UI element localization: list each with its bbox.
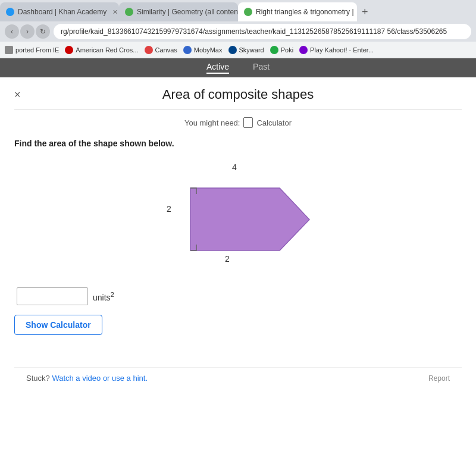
address-bar-row: ‹ › ↻ rg/profile/kaid_813366107432159979…: [0, 21, 476, 42]
bookmarks-bar: ported From IE American Red Cros... Canv…: [0, 42, 476, 58]
question-text: Find the area of the shape shown below.: [14, 139, 462, 148]
tab-label-dashboard: Dashboard | Khan Academy: [18, 8, 107, 16]
tab-similarity[interactable]: Similarity | Geometry (all content) ✕: [119, 2, 238, 21]
bookmark-label-skyward: Skyward: [239, 46, 264, 54]
stuck-bar: Stuck? Watch a video or use a hint. Repo…: [14, 367, 462, 389]
tab-icon-similarity: [125, 8, 133, 16]
calculator-icon: [243, 117, 253, 128]
tab-icon-triangles: [244, 8, 252, 16]
answer-row: units2: [17, 287, 462, 305]
bookmark-icon-ie: [5, 46, 13, 54]
hint-prefix: You might need:: [184, 118, 240, 127]
stuck-prefix: Stuck?: [26, 374, 50, 383]
answer-input[interactable]: [17, 287, 88, 305]
tab-past[interactable]: Past: [253, 62, 270, 74]
composite-shape-polygon: [190, 188, 309, 250]
tab-close-dashboard[interactable]: ✕: [112, 8, 118, 16]
bookmark-canvas[interactable]: Canvas: [145, 46, 177, 54]
bookmark-label-poki: Poki: [281, 46, 293, 54]
bookmark-skyward[interactable]: Skyward: [228, 46, 264, 54]
exercise-header: × Area of composite shapes: [14, 87, 462, 110]
exercise-panel: × Area of composite shapes You might nee…: [0, 77, 476, 458]
show-calculator-button[interactable]: Show Calculator: [14, 315, 102, 335]
shape-svg: [149, 173, 327, 274]
bookmark-icon-mobymax: [183, 46, 192, 54]
bookmark-label-mobymax: MobyMax: [194, 46, 223, 54]
bookmark-ie[interactable]: ported From IE: [5, 46, 59, 54]
tab-bar: Dashboard | Khan Academy ✕ Similarity | …: [0, 0, 476, 21]
report-link[interactable]: Report: [428, 374, 450, 383]
bookmark-icon-skyward: [228, 46, 237, 54]
bookmark-label-kahoot: Play Kahoot! - Enter...: [310, 46, 374, 54]
shape-wrapper: 4 2 2: [149, 162, 327, 270]
refresh-button[interactable]: ↻: [36, 24, 50, 39]
bookmark-label-redcross: American Red Cros...: [76, 46, 138, 54]
tab-triangles[interactable]: Right triangles & trigonometry | ✕: [238, 2, 357, 21]
bookmark-icon-redcross: [65, 46, 73, 54]
calculator-hint: You might need: Calculator: [14, 117, 462, 128]
bookmark-icon-canvas: [145, 46, 153, 54]
tab-icon-dashboard: [6, 8, 14, 16]
bookmark-label-canvas: Canvas: [155, 46, 177, 54]
hint-tool: Calculator: [256, 118, 292, 127]
browser-chrome: Dashboard | Khan Academy ✕ Similarity | …: [0, 0, 476, 58]
nav-buttons: ‹ › ↻: [5, 24, 50, 39]
tab-label-similarity: Similarity | Geometry (all content): [137, 8, 238, 16]
new-tab-button[interactable]: +: [357, 2, 373, 21]
units-label: units2: [93, 290, 114, 302]
page-tab-bar: Active Past: [0, 58, 476, 77]
tab-active[interactable]: Active: [206, 62, 229, 74]
tab-dashboard[interactable]: Dashboard | Khan Academy ✕: [0, 2, 119, 21]
forward-button[interactable]: ›: [20, 24, 35, 39]
page-content: Active Past × Area of composite shapes Y…: [0, 58, 476, 476]
back-button[interactable]: ‹: [5, 24, 19, 39]
exercise-title: Area of composite shapes: [162, 87, 314, 102]
shape-container: 4 2 2: [14, 162, 462, 270]
stuck-section: Stuck? Watch a video or use a hint.: [26, 374, 148, 383]
bookmark-poki[interactable]: Poki: [270, 46, 293, 54]
close-button[interactable]: ×: [14, 89, 21, 101]
address-bar[interactable]: rg/profile/kaid_813366107432159979731674…: [54, 24, 471, 39]
tab-label-triangles: Right triangles & trigonometry |: [256, 8, 354, 16]
bookmark-icon-kahoot: [299, 46, 308, 54]
bookmark-mobymax[interactable]: MobyMax: [183, 46, 223, 54]
dim-label-top: 4: [232, 162, 237, 172]
bookmark-redcross[interactable]: American Red Cros...: [65, 46, 138, 54]
address-text: rg/profile/kaid_813366107432159979731674…: [61, 27, 447, 36]
bookmark-icon-poki: [270, 46, 278, 54]
bookmark-kahoot[interactable]: Play Kahoot! - Enter...: [299, 46, 374, 54]
stuck-link[interactable]: Watch a video or use a hint.: [52, 374, 148, 383]
bookmark-label-ie: ported From IE: [15, 46, 59, 54]
